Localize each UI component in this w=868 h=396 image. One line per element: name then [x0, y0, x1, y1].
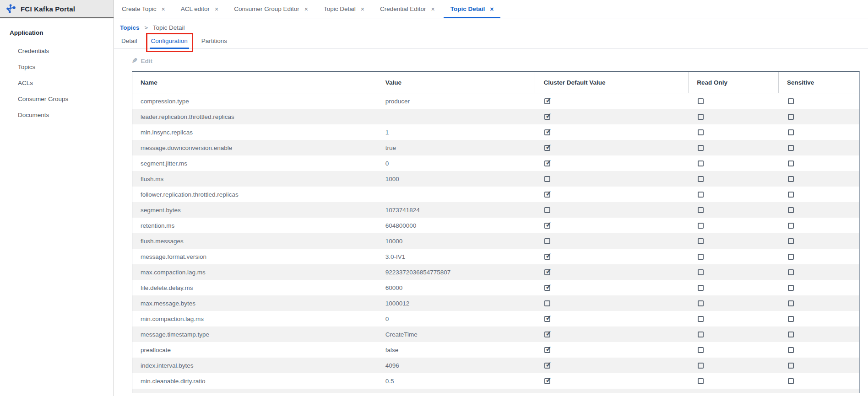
cluster-default-checkbox[interactable] [544, 300, 550, 306]
name-cell: leader.replication.throttled.replicas [132, 113, 377, 120]
tab-acl-editor[interactable]: ACL editor× [173, 0, 226, 18]
cluster-default-checkbox[interactable] [544, 378, 550, 384]
sensitive-checkbox[interactable] [788, 300, 794, 306]
sensitive-checkbox[interactable] [788, 238, 794, 244]
cluster-default-checkbox-cell [535, 331, 689, 338]
sensitive-checkbox-cell [779, 269, 859, 276]
read-only-checkbox[interactable] [698, 223, 704, 229]
tab-close-icon[interactable]: × [431, 6, 434, 12]
sensitive-checkbox[interactable] [788, 192, 794, 198]
tab-close-icon[interactable]: × [215, 6, 218, 12]
breadcrumb-link-topics[interactable]: Topics [120, 24, 140, 31]
cluster-default-checkbox[interactable] [544, 176, 550, 182]
read-only-checkbox[interactable] [698, 332, 704, 337]
sensitive-checkbox[interactable] [788, 332, 794, 337]
edit-button[interactable]: ✎ Edit [132, 57, 868, 65]
tab-topic-detail[interactable]: Topic Detail× [316, 0, 372, 18]
sensitive-checkbox[interactable] [788, 285, 794, 291]
cluster-default-checkbox[interactable] [544, 238, 550, 244]
cluster-default-checkbox[interactable] [544, 285, 550, 291]
cluster-default-checkbox[interactable] [544, 145, 550, 151]
cluster-default-checkbox[interactable] [544, 254, 550, 260]
cluster-default-checkbox[interactable] [544, 192, 550, 198]
read-only-checkbox[interactable] [698, 316, 704, 322]
cluster-default-checkbox-cell [535, 253, 689, 260]
cluster-default-checkbox[interactable] [544, 129, 550, 135]
tab-label: Topic Detail [324, 5, 356, 12]
sensitive-checkbox[interactable] [788, 347, 794, 353]
read-only-checkbox-cell [689, 347, 779, 353]
read-only-checkbox[interactable] [698, 145, 704, 151]
read-only-checkbox[interactable] [698, 161, 704, 166]
name-cell: min.compaction.lag.ms [132, 316, 377, 322]
value-cell: 0 [377, 316, 536, 322]
cluster-default-checkbox[interactable] [544, 98, 550, 104]
sensitive-checkbox[interactable] [788, 254, 794, 260]
tab-close-icon[interactable]: × [361, 6, 364, 12]
read-only-checkbox[interactable] [698, 254, 704, 260]
tab-credential-editor[interactable]: Credential Editor× [372, 0, 443, 18]
read-only-checkbox[interactable] [698, 129, 704, 135]
sensitive-checkbox[interactable] [788, 98, 794, 104]
sidebar-item-acls[interactable]: ACLs [0, 75, 114, 91]
sensitive-checkbox[interactable] [788, 363, 794, 369]
sub-tab-bar: DetailConfigurationPartitions [114, 35, 868, 49]
sidebar-item-topics[interactable]: Topics [0, 59, 114, 75]
main-content: Create Topic×ACL editor×Consumer Group E… [114, 0, 868, 396]
read-only-checkbox[interactable] [698, 192, 704, 198]
sensitive-checkbox[interactable] [788, 378, 794, 384]
value-cell: 1 [377, 129, 536, 136]
sidebar-item-documents[interactable]: Documents [0, 107, 114, 123]
cluster-default-checkbox[interactable] [544, 347, 550, 353]
cluster-default-checkbox-cell [535, 284, 689, 291]
sub-tab-partitions[interactable]: Partitions [200, 35, 228, 48]
tab-label: ACL editor [181, 5, 210, 12]
read-only-checkbox[interactable] [698, 114, 704, 120]
cluster-default-checkbox[interactable] [544, 161, 550, 166]
sensitive-checkbox[interactable] [788, 114, 794, 120]
tab-topic-detail-2[interactable]: Topic Detail× [443, 0, 502, 18]
sensitive-checkbox[interactable] [788, 207, 794, 213]
tab-close-icon[interactable]: × [304, 6, 308, 12]
tab-close-icon[interactable]: × [162, 6, 165, 12]
tab-bar: Create Topic×ACL editor×Consumer Group E… [114, 0, 868, 18]
name-cell: message.format.version [132, 253, 377, 260]
read-only-checkbox[interactable] [698, 300, 704, 306]
tab-close-icon[interactable]: × [490, 6, 494, 12]
read-only-checkbox[interactable] [698, 207, 704, 213]
read-only-checkbox[interactable] [698, 176, 704, 182]
read-only-checkbox[interactable] [698, 269, 704, 275]
cluster-default-checkbox[interactable] [544, 363, 550, 369]
read-only-checkbox[interactable] [698, 285, 704, 291]
sensitive-checkbox[interactable] [788, 129, 794, 135]
table-row: min.cleanable.dirty.ratio0.5 [132, 373, 860, 389]
tab-create-topic[interactable]: Create Topic× [114, 0, 173, 18]
sub-tab-configuration[interactable]: Configuration [150, 35, 189, 48]
cluster-default-checkbox-cell [535, 378, 689, 385]
read-only-checkbox[interactable] [698, 378, 704, 384]
table-row: follower.replication.throttled.replicas [132, 187, 860, 202]
tab-consumer-group-editor[interactable]: Consumer Group Editor× [226, 0, 316, 18]
read-only-checkbox[interactable] [698, 363, 704, 369]
sensitive-checkbox[interactable] [788, 161, 794, 166]
sensitive-checkbox-cell [779, 316, 859, 322]
read-only-checkbox[interactable] [698, 347, 704, 353]
cluster-default-checkbox[interactable] [544, 207, 550, 213]
sensitive-checkbox[interactable] [788, 269, 794, 275]
sensitive-checkbox[interactable] [788, 145, 794, 151]
sub-tab-detail[interactable]: Detail [120, 35, 139, 48]
sidebar-item-consumer-groups[interactable]: Consumer Groups [0, 91, 114, 107]
sensitive-checkbox[interactable] [788, 176, 794, 182]
sensitive-checkbox[interactable] [788, 316, 794, 322]
sensitive-checkbox[interactable] [788, 223, 794, 229]
cluster-default-checkbox[interactable] [544, 269, 550, 275]
cluster-default-checkbox[interactable] [544, 223, 550, 229]
sidebar: FCI Kafka Portal Application Credentials… [0, 0, 114, 396]
read-only-checkbox[interactable] [698, 238, 704, 244]
cluster-default-checkbox[interactable] [544, 332, 550, 337]
read-only-checkbox[interactable] [698, 98, 704, 104]
cluster-default-checkbox[interactable] [544, 114, 550, 120]
sidebar-item-credentials[interactable]: Credentials [0, 43, 114, 59]
sensitive-checkbox-cell [779, 378, 859, 385]
cluster-default-checkbox[interactable] [544, 316, 550, 322]
